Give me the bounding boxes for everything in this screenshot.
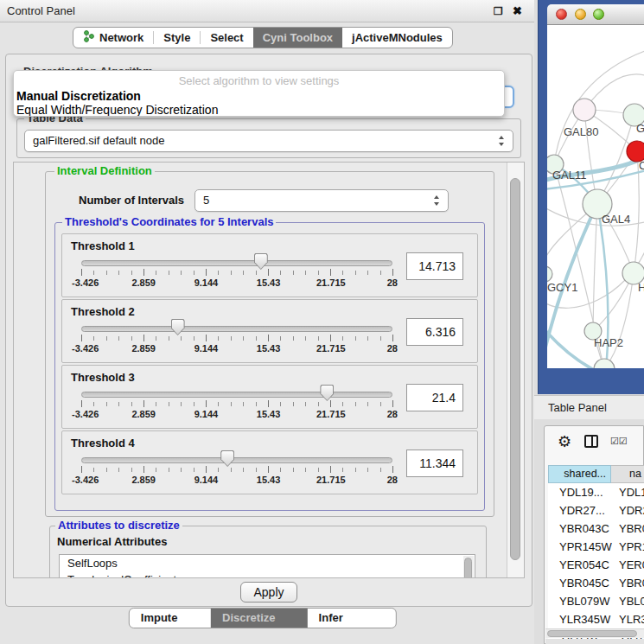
column-header-name[interactable]: na (611, 465, 644, 483)
cell-name[interactable]: YBR0 (611, 520, 644, 538)
tab-impute-data[interactable]: Impute Data (130, 609, 211, 628)
slider-track[interactable] (81, 392, 392, 398)
table-row[interactable]: YDR27... YDR2 (548, 501, 644, 520)
scale-label: 2.859 (131, 277, 156, 288)
apply-row: Apply (7, 578, 531, 606)
slider-handle[interactable] (320, 385, 334, 401)
cell-shared-name[interactable]: YBR045C (548, 574, 611, 592)
table-row[interactable]: YBR045C YBR0 (548, 574, 644, 592)
threshold-value-field[interactable]: 11.344 (406, 450, 463, 477)
table-horizontal-scrollbar[interactable] (545, 628, 644, 638)
tab-infer-network[interactable]: Infer Network (308, 609, 396, 628)
cell-shared-name[interactable]: YER054C (548, 556, 611, 574)
attribute-list-item[interactable]: SelfLoops (60, 555, 475, 571)
network-node-label: GAL4 (602, 213, 630, 226)
network-edge (593, 204, 597, 331)
tab-network[interactable]: Network (73, 28, 153, 48)
scale-label: 9.144 (194, 277, 219, 288)
network-node[interactable] (547, 266, 552, 282)
tab-style[interactable]: Style (154, 28, 200, 48)
minimize-traffic-light-icon[interactable] (575, 9, 586, 20)
thresholds-group: Threshold's Coordinates for 5 Intervals … (54, 222, 485, 511)
scale-label: -3.426 (72, 475, 99, 485)
algorithm-dropdown-popup: Select algorithm to view settings Manual… (13, 70, 505, 117)
cell-shared-name[interactable]: YBL079W (548, 592, 611, 610)
cell-shared-name[interactable]: YLR345W (548, 610, 611, 628)
cell-shared-name[interactable]: YDL19... (548, 483, 611, 501)
slider-handle[interactable] (171, 319, 185, 335)
cell-name[interactable]: YBR0 (611, 574, 644, 592)
threshold-label: Threshold 1 (71, 239, 135, 252)
zoom-traffic-light-icon[interactable] (593, 9, 604, 20)
close-icon[interactable]: ✖ (513, 4, 522, 17)
settings-scrollbar-thumb[interactable] (510, 178, 520, 560)
close-traffic-light-icon[interactable] (556, 9, 567, 20)
cell-name[interactable]: YPR1 (611, 538, 644, 556)
slider-handle[interactable] (220, 450, 234, 467)
tab-jactivemnodules[interactable]: jActiveMNodules (342, 28, 452, 48)
slider-track[interactable] (81, 260, 392, 266)
table-scrollbar-thumb[interactable] (547, 630, 637, 637)
network-node[interactable] (573, 99, 596, 121)
cell-shared-name[interactable]: YPR145W (548, 538, 611, 556)
slider-minor-ticks (81, 402, 393, 406)
tab-cyni-toolbox[interactable]: Cyni Toolbox (253, 28, 342, 48)
cell-name[interactable]: YDR2 (611, 501, 644, 520)
numerical-attributes-list[interactable]: SelfLoops TopologicalCoefficient Between… (59, 554, 475, 578)
tab-select[interactable]: Select (201, 28, 252, 48)
app-root: Control Panel ❒ ✖ Network (0, 0, 644, 644)
threshold-value-field[interactable]: 21.4 (406, 384, 463, 411)
table-row[interactable]: YBL079W YBL0 (548, 592, 644, 610)
table-row[interactable]: YLR345W YLR3 (548, 610, 644, 628)
table-row[interactable]: YER054C YER0 (548, 556, 644, 574)
cell-name[interactable]: YER0 (611, 556, 644, 574)
column-header-shared-name[interactable]: shared... (548, 465, 611, 483)
cell-name[interactable]: YLR3 (611, 610, 644, 628)
slider-handle[interactable] (254, 253, 268, 270)
scale-label: 15.43 (257, 409, 281, 419)
settings-vertical-scrollbar[interactable] (507, 163, 524, 577)
list-scrollbar-thumb[interactable] (464, 558, 472, 578)
algorithm-option-equal-width[interactable]: Equal Width/Frequency Discretization (16, 103, 218, 117)
scale-label: 15.43 (257, 343, 281, 354)
network-window-titlebar[interactable] (547, 4, 644, 25)
network-node-label: GAL (636, 122, 644, 135)
cell-name[interactable]: YBL0 (611, 592, 644, 610)
cell-name[interactable]: YDL1 (611, 483, 644, 501)
slider-major-tick (81, 400, 82, 407)
slider-track[interactable] (81, 457, 392, 463)
select-columns-icon[interactable]: ☑☑ (610, 436, 628, 447)
slider-major-tick (330, 466, 331, 473)
table-footer-strip (545, 639, 644, 644)
threshold-value-field[interactable]: 14.713 (406, 252, 463, 280)
slider-track[interactable] (81, 326, 392, 332)
list-scrollbar[interactable] (463, 556, 474, 578)
cell-shared-name[interactable]: YBR043C (548, 520, 611, 538)
split-column-icon[interactable] (584, 435, 598, 448)
number-of-intervals-combobox[interactable]: 5 (194, 189, 449, 212)
table-data-combobox[interactable]: galFiltered.sif default node (24, 130, 513, 152)
table-header-row: shared... na (548, 465, 644, 483)
table-row[interactable]: YBR043C YBR0 (548, 520, 644, 538)
threshold-value-field[interactable]: 6.316 (406, 318, 463, 346)
attribute-list-item[interactable]: TopologicalCoefficient (60, 571, 475, 578)
slider-major-tick (206, 400, 207, 407)
tab-discretize-data[interactable]: Discretize Data (211, 609, 308, 628)
gear-icon[interactable]: ⚙ (558, 433, 571, 450)
apply-button[interactable]: Apply (240, 582, 297, 603)
cell-shared-name[interactable]: YDR27... (548, 501, 611, 520)
table-row[interactable]: YPR145W YPR1 (548, 538, 644, 556)
scale-label: 28 (387, 343, 398, 354)
scale-label: 15.43 (257, 277, 281, 288)
tab-jactivemnodules-label: jActiveMNodules (352, 31, 443, 44)
numerical-attributes-label: Numerical Attributes (57, 535, 167, 548)
network-canvas[interactable]: GAL80GALCGAL11GAL4GCY1HHAP2 (547, 25, 644, 368)
table-data-value: galFiltered.sif default node (33, 134, 164, 147)
float-icon[interactable]: ❒ (494, 7, 503, 16)
scale-label: -3.426 (72, 409, 99, 419)
network-node[interactable] (594, 359, 615, 368)
attributes-group-label: Attributes to discretize (55, 520, 182, 532)
algorithm-option-manual[interactable]: Manual Discretization (16, 89, 141, 103)
slider-major-tick (392, 400, 393, 407)
table-row[interactable]: YDL19... YDL1 (548, 483, 644, 501)
